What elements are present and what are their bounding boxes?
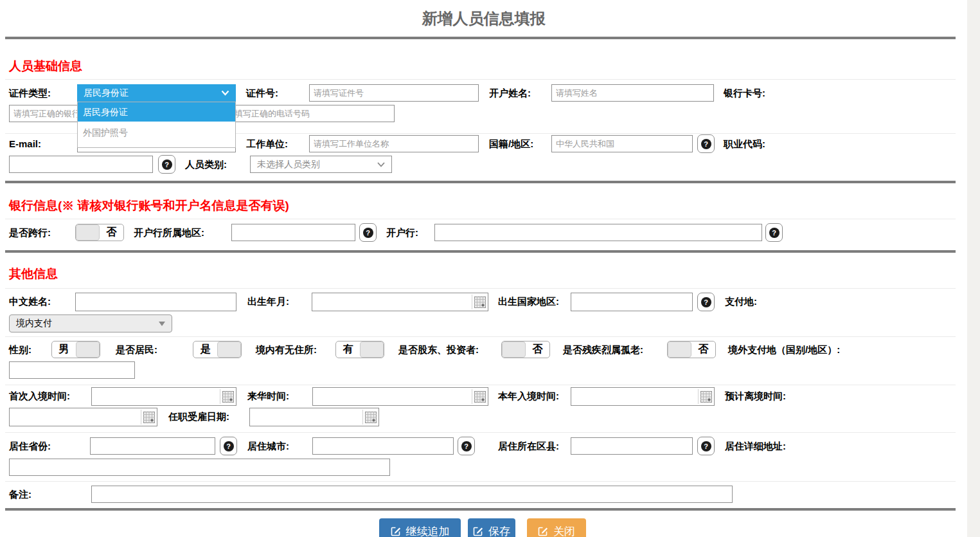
overseas-pay-place-input[interactable] [9, 361, 135, 379]
chinese-name-input[interactable] [75, 293, 236, 311]
person-category-selected-value: 未选择人员类别 [257, 159, 320, 170]
phone-input[interactable] [222, 105, 395, 122]
domestic-residence-label: 境内有无住所: [256, 341, 317, 359]
occupation-code-help-button[interactable]: ? [158, 155, 175, 174]
gender-toggle[interactable]: 男 [51, 341, 100, 358]
section-heading-bank: 银行信息(※ 请核对银行账号和开户名信息是否有误) [9, 197, 289, 214]
is-disabled-toggle-value: 否 [691, 341, 715, 358]
calendar-icon[interactable] [472, 389, 486, 404]
calendar-icon[interactable] [220, 389, 234, 404]
page-background-strip [967, 0, 980, 537]
first-entry-date-input[interactable] [91, 387, 236, 406]
chevron-down-icon [221, 90, 229, 96]
arrival-date-input[interactable] [312, 387, 488, 406]
city-label: 居住城市: [247, 437, 289, 455]
pay-place-select[interactable]: 境内支付 [9, 314, 172, 332]
birth-country-input[interactable] [571, 293, 693, 311]
nationality-help-button[interactable]: ? [697, 134, 715, 153]
help-icon: ? [701, 441, 711, 451]
help-icon: ? [701, 297, 711, 307]
cross-bank-toggle[interactable]: 否 [75, 224, 124, 241]
close-button[interactable]: 关闭 [527, 518, 586, 537]
bank-branch-help-button[interactable]: ? [765, 223, 783, 242]
bank-region-label: 开户行所属地区: [134, 224, 204, 242]
birth-country-help-button[interactable]: ? [697, 293, 715, 311]
expected-departure-label: 预计离境时间: [725, 387, 786, 405]
toggle-knob [502, 341, 526, 358]
row-separator [5, 385, 956, 385]
is-disabled-toggle[interactable]: 否 [667, 341, 716, 358]
is-shareholder-label: 是否股东、投资者: [398, 341, 479, 359]
employment-date-label: 任职受雇日期: [168, 408, 229, 426]
employer-label: 工作单位: [246, 135, 288, 153]
row-separator [5, 219, 956, 219]
employer-input[interactable] [309, 135, 479, 152]
person-category-select[interactable]: 未选择人员类别 [250, 156, 392, 173]
id-number-input[interactable] [309, 84, 479, 102]
save-button[interactable]: 保存 [468, 518, 515, 537]
bank-branch-input[interactable] [434, 224, 762, 241]
expected-departure-date-input[interactable] [9, 408, 157, 426]
chinese-name-label: 中文姓名: [9, 293, 51, 311]
birth-month-input[interactable] [312, 293, 488, 311]
district-help-button[interactable]: ? [697, 437, 715, 455]
province-help-button[interactable]: ? [220, 437, 237, 455]
occupation-code-label: 职业代码: [724, 135, 765, 153]
domestic-residence-toggle[interactable]: 有 [335, 341, 384, 358]
employment-date-input[interactable] [249, 408, 379, 426]
close-button-label: 关闭 [553, 524, 575, 537]
row-separator [5, 432, 956, 433]
account-name-input[interactable] [551, 84, 714, 102]
calendar-icon[interactable] [698, 389, 712, 404]
divider [5, 37, 956, 39]
help-icon: ? [224, 441, 234, 451]
province-input[interactable] [90, 437, 215, 455]
domestic-residence-toggle-value: 有 [336, 341, 360, 358]
calendar-icon[interactable] [362, 410, 377, 424]
city-input[interactable] [312, 437, 454, 455]
id-type-select[interactable]: 居民身份证 [77, 84, 236, 102]
divider [5, 508, 956, 511]
is-shareholder-toggle[interactable]: 否 [501, 341, 550, 358]
cross-bank-label: 是否跨行: [9, 224, 51, 242]
calendar-icon[interactable] [141, 410, 155, 424]
occupation-code-input[interactable] [9, 156, 153, 173]
district-label: 居住所在区县: [498, 437, 559, 455]
triangle-down-icon [159, 322, 165, 326]
nationality-input[interactable] [551, 135, 693, 152]
remark-input[interactable] [91, 486, 733, 503]
address-input[interactable] [9, 459, 390, 476]
id-type-option-resident-id[interactable]: 居民身份证 [78, 102, 235, 122]
help-icon: ? [162, 159, 172, 170]
chevron-down-icon [377, 162, 385, 167]
continue-add-button[interactable]: 继续追加 [379, 518, 461, 537]
is-resident-toggle[interactable]: 是 [193, 341, 242, 358]
is-shareholder-toggle-value: 否 [526, 341, 549, 358]
is-disabled-label: 是否残疾烈属孤老: [563, 341, 643, 359]
gender-toggle-value: 男 [52, 341, 76, 358]
toggle-knob [76, 224, 100, 241]
page-title: 新增人员信息填报 [0, 8, 967, 29]
province-label: 居住省份: [9, 437, 51, 455]
entry-this-year-date-input[interactable] [571, 387, 715, 406]
city-help-button[interactable]: ? [458, 437, 475, 455]
calendar-icon[interactable] [472, 295, 486, 309]
pay-place-selected-value: 境内支付 [16, 318, 52, 329]
district-input[interactable] [571, 437, 693, 455]
bank-region-input[interactable] [231, 224, 355, 241]
nationality-label: 国籍/地区: [489, 135, 533, 153]
remark-label: 备注: [9, 486, 31, 504]
edit-icon [391, 526, 401, 536]
toggle-knob [217, 341, 241, 358]
edit-icon [473, 526, 483, 536]
first-entry-label: 首次入境时间: [9, 387, 70, 405]
bank-region-help-button[interactable]: ? [359, 223, 377, 242]
divider [5, 181, 956, 183]
gender-label: 性别: [9, 341, 31, 359]
section-heading-basic: 人员基础信息 [9, 58, 82, 75]
id-type-option-foreign-passport[interactable]: 外国护照号 [78, 123, 235, 142]
divider [5, 250, 956, 253]
id-number-label: 证件号: [246, 84, 278, 102]
birth-month-label: 出生年月: [247, 293, 289, 311]
help-icon: ? [461, 441, 472, 451]
